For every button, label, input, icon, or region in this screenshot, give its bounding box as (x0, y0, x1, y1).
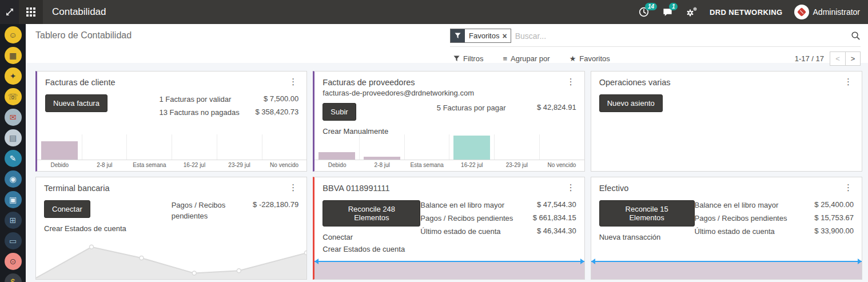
pager-previous-button[interactable]: < (830, 51, 845, 66)
accounting-icon: $ (11, 277, 15, 282)
user-menu[interactable]: Administrator (794, 5, 860, 19)
card-menu-icon[interactable]: ⋮ (565, 78, 577, 86)
stat-row[interactable]: Pagos / Recibos pendientes $ 15,753.67 (695, 213, 854, 224)
stat-row[interactable]: Pagos / Recibos pendientes $ -228,180.79 (172, 200, 299, 222)
stat-row[interactable]: 5 Facturas por pagar $ 42,824.91 (437, 103, 576, 114)
sidebar-app-employees[interactable]: ⊞ (5, 212, 22, 229)
sidebar-app-voip[interactable]: ☏ (5, 88, 22, 105)
app-sidebar: ☺▦✦☏✉▤✎◉▣⊞▭⊙$ (0, 24, 26, 282)
stat-row[interactable]: Último estado de cuenta $ 33,900.00 (695, 227, 854, 237)
sidebar-app-email-marketing[interactable]: ✉ (5, 109, 22, 126)
facet-label: Favoritos (465, 29, 501, 42)
sidebar-app-recruitment[interactable]: ▭ (5, 232, 22, 249)
topbar: Contabilidad 14 1 (0, 0, 868, 24)
card-terminal-bancaria[interactable]: Terminal bancaria ⋮ Conectar Crear Estad… (35, 177, 307, 280)
company-switcher[interactable]: DRD NETWORKING (710, 8, 783, 17)
expand-arrows-icon (5, 7, 15, 17)
search-facet-favoritos[interactable]: Favoritos × (450, 29, 511, 43)
pager-next-button[interactable]: > (845, 51, 861, 66)
sidebar-app-accounting[interactable]: $ (5, 273, 22, 282)
elearning-icon: ▣ (9, 195, 17, 204)
card-stats: 5 Facturas por pagar $ 42,824.91 (437, 103, 576, 116)
calendar-icon: ▦ (9, 51, 17, 60)
balance-history-chart[interactable] (36, 237, 306, 279)
app-title[interactable]: Contabilidad (52, 6, 106, 18)
search-input[interactable] (515, 31, 851, 41)
contacts-icon: ☺ (9, 30, 17, 39)
conectar-link[interactable]: Conectar (322, 233, 420, 241)
stat-row[interactable]: Balance en el libro mayor $ 25,400.00 (695, 200, 854, 211)
card-title[interactable]: Operaciones varias (599, 78, 671, 87)
card-facturas-de-proveedores[interactable]: Facturas de proveedores ⋮ facturas-de-pr… (313, 71, 584, 172)
security-icon: ⊙ (10, 257, 17, 266)
card-stats: 1 Facturas por validar $ 7,500.00 13 Fac… (160, 94, 299, 121)
activity-count-badge: 14 (645, 3, 657, 10)
stat-row[interactable]: Último estado de cuenta $ 46,344.30 (420, 227, 576, 237)
card-menu-icon[interactable]: ⋮ (842, 78, 854, 86)
bill-aging-chart[interactable]: Debido2-8 julEsta semana16-22 jul23-29 j… (314, 134, 584, 171)
card-facturas-de-cliente[interactable]: Facturas de cliente ⋮ Nueva factura 1 Fa… (35, 71, 307, 172)
sidebar-app-security[interactable]: ⊙ (5, 253, 22, 270)
card-title[interactable]: BBVA 0118991111 (322, 184, 389, 193)
stat-row[interactable]: Pagos / Recibos pendientes $ 661,834.15 (420, 213, 576, 224)
subir-button[interactable]: Subir (322, 103, 356, 121)
systray: 14 1 (638, 5, 868, 19)
card-bbva-account[interactable]: BBVA 0118991111 ⋮ Reconcile 248 Elemento… (313, 177, 584, 280)
card-menu-icon[interactable]: ⋮ (287, 78, 299, 86)
filters-button[interactable]: Filtros (453, 54, 483, 63)
sidebar-app-website[interactable]: ◉ (5, 170, 22, 188)
card-title[interactable]: Efectivo (599, 184, 629, 193)
card-menu-icon[interactable]: ⋮ (287, 184, 299, 192)
activities-icon[interactable]: 14 (638, 6, 650, 18)
control-panel: Tablero de Contabilidad Favoritos × (26, 24, 868, 63)
stat-row[interactable]: 13 Facturas no pagadas $ 358,420.73 (160, 108, 299, 118)
stat-row[interactable]: 1 Facturas por validar $ 7,500.00 (160, 94, 299, 105)
card-menu-icon[interactable]: ⋮ (565, 184, 577, 192)
reconcile-15-button[interactable]: Reconcile 15 Elementos (599, 200, 695, 227)
email-marketing-icon: ✉ (10, 113, 17, 122)
search-zone: Favoritos × Filtros (450, 29, 861, 66)
card-efectivo[interactable]: Efectivo ⋮ Reconcile 15 Elementos Nueva … (591, 177, 862, 280)
sidebar-app-documents[interactable]: ▤ (5, 129, 22, 146)
stat-row[interactable]: Balance en el libro mayor $ 47,544.30 (420, 200, 576, 211)
main-area: Tablero de Contabilidad Favoritos × (26, 24, 868, 282)
messages-icon[interactable]: 1 (662, 6, 674, 18)
star-icon: ★ (570, 54, 576, 63)
search-icon[interactable] (851, 31, 861, 41)
card-title[interactable]: Terminal bancaria (44, 184, 109, 193)
balance-history-chart[interactable] (591, 246, 862, 279)
sidebar-app-social-marketing[interactable]: ✦ (5, 67, 22, 85)
remove-facet-icon[interactable]: × (501, 29, 510, 42)
card-title[interactable]: Facturas de proveedores (322, 78, 415, 87)
group-by-button[interactable]: ≡ Agrupar por (503, 54, 550, 63)
settings-icon[interactable] (686, 6, 698, 18)
chart-right-marker (858, 259, 862, 264)
nuevo-asiento-button[interactable]: Nuevo asiento (599, 94, 663, 112)
user-name: Administrator (813, 7, 860, 17)
chart-left-marker (591, 259, 595, 264)
sidebar-app-elearning[interactable]: ▣ (5, 191, 22, 208)
funnel-icon (453, 55, 460, 62)
card-menu-icon[interactable]: ⋮ (842, 184, 854, 192)
nueva-factura-button[interactable]: Nueva factura (45, 94, 107, 112)
reconcile-248-button[interactable]: Reconcile 248 Elementos (322, 200, 420, 227)
card-stats: Balance en el libro mayor $ 25,400.00 Pa… (695, 200, 854, 240)
crear-estados-de-cuenta-link[interactable]: Crear Estados de cuenta (44, 224, 126, 233)
nueva-transaccion-link[interactable]: Nueva transacción (599, 233, 695, 241)
card-operaciones-varias[interactable]: Operaciones varias ⋮ Nuevo asiento (591, 71, 862, 172)
sidebar-app-contacts[interactable]: ☺ (5, 26, 22, 43)
recruitment-icon: ▭ (9, 236, 17, 245)
voip-icon: ☏ (8, 92, 18, 101)
balance-history-chart[interactable] (314, 246, 584, 279)
invoice-aging-chart[interactable]: Debido2-8 julEsta semana16-22 jul23-29 j… (37, 134, 306, 171)
card-title[interactable]: Facturas de cliente (45, 78, 116, 87)
sidebar-app-notes[interactable]: ✎ (5, 150, 22, 167)
apps-menu-icon[interactable] (19, 0, 43, 24)
sidebar-app-calendar[interactable]: ▦ (5, 47, 22, 64)
expand-icon[interactable] (0, 0, 19, 24)
website-icon: ◉ (9, 174, 16, 184)
search-bar[interactable]: Favoritos × (450, 29, 861, 47)
favorites-button[interactable]: ★ Favoritos (570, 54, 610, 63)
card-stats: Pagos / Recibos pendientes $ -228,180.79 (172, 200, 299, 224)
conectar-button[interactable]: Conectar (44, 200, 90, 218)
